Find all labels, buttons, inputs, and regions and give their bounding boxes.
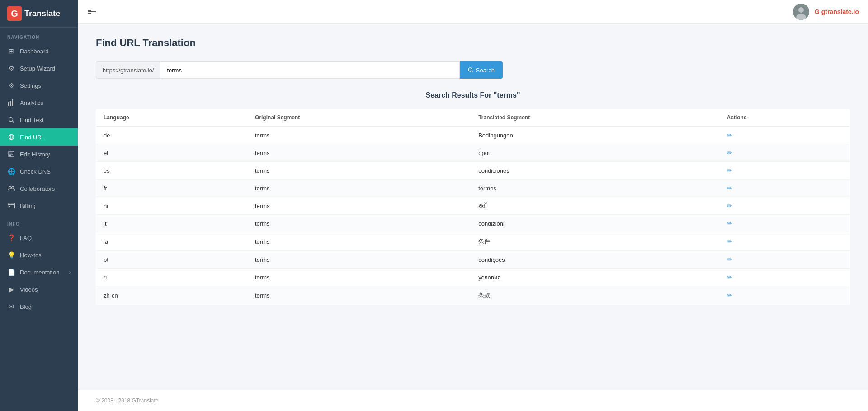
sidebar-item-label: Analytics xyxy=(20,99,43,106)
table-row: ja terms 条件 ✏ xyxy=(96,232,850,251)
sidebar-item-settings[interactable]: ⚙ Settings xyxy=(0,77,78,94)
cell-original: terms xyxy=(248,215,471,232)
cell-translated: όροι xyxy=(471,144,719,162)
logo-text: Translate xyxy=(24,9,60,19)
edit-button[interactable]: ✏ xyxy=(727,184,732,192)
cell-actions: ✏ xyxy=(720,251,850,269)
sidebar-item-label: Setup Wizard xyxy=(20,65,55,72)
table-row: el terms όροι ✏ xyxy=(96,144,850,162)
results-table: Language Original Segment Translated Seg… xyxy=(96,109,850,305)
sidebar-item-setup-wizard[interactable]: ⚙ Setup Wizard xyxy=(0,60,78,77)
sidebar-item-label: Videos xyxy=(20,286,38,293)
footer: © 2008 - 2018 GTranslate xyxy=(78,390,868,411)
sidebar-item-label: Check DNS xyxy=(20,168,51,175)
svg-point-21 xyxy=(798,7,804,13)
search-input[interactable] xyxy=(160,61,459,79)
sidebar-item-analytics[interactable]: Analytics xyxy=(0,94,78,111)
check-dns-icon: 🌐 xyxy=(7,167,15,175)
cell-language: es xyxy=(96,162,248,180)
cell-translated: condições xyxy=(471,251,719,269)
cell-language: el xyxy=(96,144,248,162)
back-button[interactable] xyxy=(87,8,97,15)
cell-actions: ✏ xyxy=(720,127,850,144)
user-avatar[interactable] xyxy=(793,4,809,20)
setup-wizard-icon: ⚙ xyxy=(7,64,15,72)
page-title: Find URL Translation xyxy=(96,37,850,49)
cell-original: terms xyxy=(248,127,471,144)
svg-point-23 xyxy=(468,68,472,71)
edit-button[interactable]: ✏ xyxy=(727,202,732,209)
dashboard-icon: ⊞ xyxy=(7,47,15,55)
cell-original: terms xyxy=(248,144,471,162)
results-title: Search Results For "terms" xyxy=(96,91,850,99)
cell-language: de xyxy=(96,127,248,144)
sidebar-item-edit-history[interactable]: Edit History xyxy=(0,146,78,163)
blog-icon: ✉ xyxy=(7,302,15,311)
nav-section-label: NAVIGATION xyxy=(0,28,78,43)
sidebar-item-label: FAQ xyxy=(20,235,32,241)
col-language: Language xyxy=(96,109,248,127)
edit-button[interactable]: ✏ xyxy=(727,149,732,156)
table-row: pt terms condições ✏ xyxy=(96,251,850,269)
sidebar-item-collaborators[interactable]: Collaborators xyxy=(0,180,78,197)
url-prefix: https://gtranslate.io/ xyxy=(96,61,160,79)
find-text-icon xyxy=(7,116,15,124)
edit-button[interactable]: ✏ xyxy=(727,256,732,263)
topbar-right: G gtranslate.io xyxy=(793,4,859,20)
sidebar-item-label: Dashboard xyxy=(20,48,49,55)
how-tos-icon: 💡 xyxy=(7,251,15,259)
main-area: G gtranslate.io Find URL Translation htt… xyxy=(78,0,868,411)
cell-original: terms xyxy=(248,162,471,180)
sidebar-item-blog[interactable]: ✉ Blog xyxy=(0,298,78,315)
edit-button[interactable]: ✏ xyxy=(727,238,732,245)
cell-actions: ✏ xyxy=(720,180,850,197)
edit-button[interactable]: ✏ xyxy=(727,274,732,281)
cell-actions: ✏ xyxy=(720,286,850,305)
sidebar-item-label: Blog xyxy=(20,303,32,310)
svg-rect-3 xyxy=(14,101,14,106)
edit-button[interactable]: ✏ xyxy=(727,292,732,299)
cell-language: hi xyxy=(96,197,248,215)
cell-language: zh-cn xyxy=(96,286,248,305)
cell-language: ja xyxy=(96,232,248,251)
cell-original: terms xyxy=(248,251,471,269)
sidebar-item-videos[interactable]: ▶ Videos xyxy=(0,281,78,298)
cell-translated: शर्तों xyxy=(471,197,719,215)
sidebar-item-label: Edit History xyxy=(20,151,50,158)
svg-rect-0 xyxy=(8,102,9,106)
sidebar-item-find-url[interactable]: Find URL xyxy=(0,128,78,146)
sidebar-item-faq[interactable]: ❓ FAQ xyxy=(0,229,78,246)
search-bar: https://gtranslate.io/ Search xyxy=(96,61,503,79)
edit-button[interactable]: ✏ xyxy=(727,132,732,139)
svg-point-12 xyxy=(9,187,11,189)
cell-translated: 条款 xyxy=(471,286,719,305)
cell-language: ru xyxy=(96,269,248,286)
cell-translated: condiciones xyxy=(471,162,719,180)
sidebar-item-check-dns[interactable]: 🌐 Check DNS xyxy=(0,163,78,180)
brand-url: gtranslate.io xyxy=(821,8,859,15)
cell-translated: 条件 xyxy=(471,232,719,251)
sidebar-item-dashboard[interactable]: ⊞ Dashboard xyxy=(0,43,78,60)
sidebar-logo: G Translate xyxy=(0,0,78,28)
svg-rect-1 xyxy=(10,101,11,106)
search-button-label: Search xyxy=(476,67,495,74)
cell-language: it xyxy=(96,215,248,232)
sidebar-item-label: Collaborators xyxy=(20,185,55,192)
table-row: zh-cn terms 条款 ✏ xyxy=(96,286,850,305)
sidebar-item-find-text[interactable]: Find Text xyxy=(0,111,78,128)
sidebar-item-billing[interactable]: Billing xyxy=(0,197,78,214)
cell-actions: ✏ xyxy=(720,215,850,232)
videos-icon: ▶ xyxy=(7,285,15,293)
search-button[interactable]: Search xyxy=(460,61,503,79)
col-translated: Translated Segment xyxy=(471,109,719,127)
edit-button[interactable]: ✏ xyxy=(727,220,732,227)
table-row: es terms condiciones ✏ xyxy=(96,162,850,180)
cell-actions: ✏ xyxy=(720,269,850,286)
cell-original: terms xyxy=(248,232,471,251)
cell-original: terms xyxy=(248,180,471,197)
sidebar: G Translate NAVIGATION ⊞ Dashboard ⚙ Set… xyxy=(0,0,78,411)
sidebar-item-documentation[interactable]: 📄 Documentation › xyxy=(0,264,78,281)
sidebar-item-how-tos[interactable]: 💡 How-tos xyxy=(0,246,78,264)
cell-translated: Bedingungen xyxy=(471,127,719,144)
edit-button[interactable]: ✏ xyxy=(727,167,732,174)
